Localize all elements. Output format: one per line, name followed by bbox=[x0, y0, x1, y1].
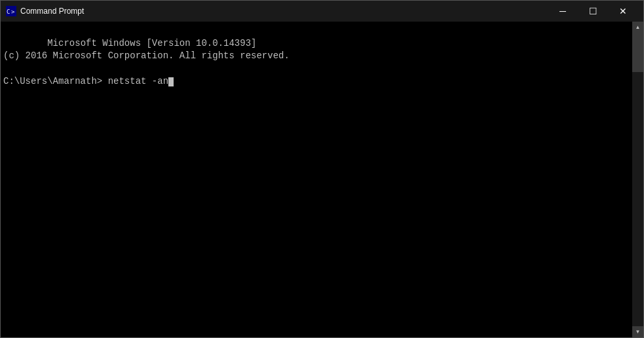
minimize-button[interactable]: ─ bbox=[548, 1, 578, 22]
close-button[interactable]: ✕ bbox=[608, 1, 638, 22]
maximize-button[interactable]: ☐ bbox=[578, 1, 608, 22]
svg-text:>: > bbox=[11, 9, 15, 15]
window-controls: ─ ☐ ✕ bbox=[548, 1, 638, 22]
scrollbar-thumb[interactable] bbox=[632, 33, 643, 72]
version-line: Microsoft Windows [Version 10.0.14393] bbox=[47, 38, 256, 48]
scroll-up-button[interactable]: ▲ bbox=[632, 22, 643, 33]
scrollbar-track[interactable] bbox=[632, 33, 643, 326]
cursor bbox=[168, 77, 174, 86]
console-content[interactable]: Microsoft Windows [Version 10.0.14393] (… bbox=[1, 22, 632, 337]
scroll-down-button[interactable]: ▼ bbox=[632, 326, 643, 337]
svg-text:C: C bbox=[7, 9, 10, 15]
cmd-icon: C > bbox=[6, 6, 16, 16]
command-text: netstat -an bbox=[108, 76, 168, 86]
prompt-line: C:\Users\Amarnath> netstat -an bbox=[3, 76, 174, 86]
copyright-line: (c) 2016 Microsoft Corporation. All righ… bbox=[3, 50, 290, 61]
cmd-window: C > Command Prompt ─ ☐ ✕ Microsoft Windo… bbox=[0, 0, 644, 338]
console-output: Microsoft Windows [Version 10.0.14393] (… bbox=[3, 24, 630, 102]
console-area[interactable]: Microsoft Windows [Version 10.0.14393] (… bbox=[1, 22, 643, 337]
title-bar: C > Command Prompt ─ ☐ ✕ bbox=[1, 1, 643, 22]
window-title: Command Prompt bbox=[20, 7, 548, 16]
scrollbar[interactable]: ▲ ▼ bbox=[632, 22, 643, 337]
prompt: C:\Users\Amarnath> bbox=[3, 76, 102, 86]
